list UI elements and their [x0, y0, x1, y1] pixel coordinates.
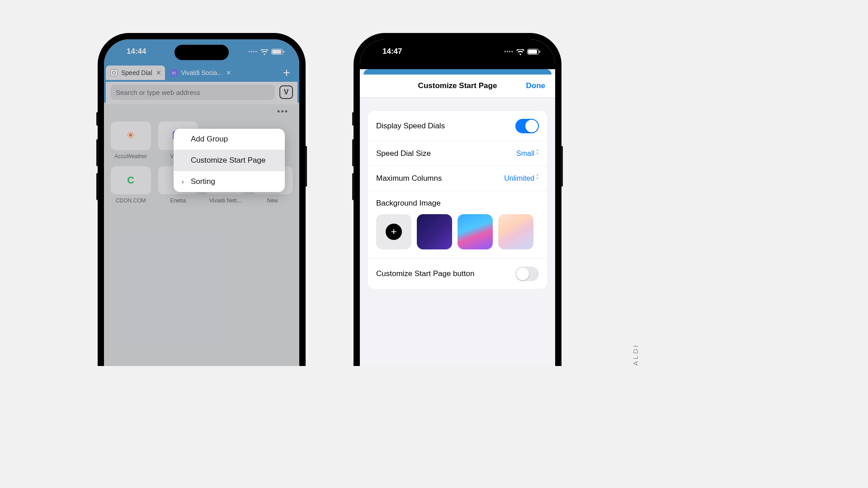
battery-icon [527, 49, 539, 55]
context-menu: Add Group Customize Start Page › Sorting [174, 129, 285, 192]
setting-value: Small [516, 150, 534, 158]
plus-icon: + [386, 224, 402, 240]
menu-customize-start-page[interactable]: Customize Start Page [174, 150, 285, 171]
setting-label: Display Speed Dials [376, 122, 445, 131]
row-maximum-columns[interactable]: Maximum Columns Unlimited ˄˅ [368, 166, 547, 191]
updown-icon: ˄˅ [536, 150, 539, 157]
setting-label: Background Image [376, 199, 539, 208]
status-time: 14:47 [382, 47, 402, 56]
bg-thumb-purple[interactable] [417, 214, 452, 249]
menu-label: Sorting [191, 177, 215, 186]
bg-thumb-pastel[interactable] [498, 214, 533, 249]
vivaldi-watermark: VIVALDI [631, 343, 639, 366]
chevron-right-icon: › [182, 178, 186, 185]
row-background-image: Background Image + [368, 191, 547, 258]
notch [430, 45, 485, 60]
cellular-icon: •••• [504, 48, 514, 55]
row-speed-dial-size[interactable]: Speed Dial Size Small ˄˅ [368, 141, 547, 166]
sheet-header: Customize Start Page Done [360, 75, 555, 98]
menu-add-group[interactable]: Add Group [174, 129, 285, 150]
phone-mockup-right: 14:47 •••• Customize Start Page Done [354, 33, 561, 366]
row-display-speed-dials: Display Speed Dials [368, 111, 547, 141]
settings-card: Display Speed Dials Speed Dial Size Smal… [368, 111, 547, 289]
menu-label: Add Group [191, 135, 228, 144]
menu-label: Customize Start Page [191, 156, 265, 165]
menu-sorting[interactable]: › Sorting [174, 171, 285, 192]
setting-label: Speed Dial Size [376, 149, 431, 158]
notch [175, 45, 229, 60]
wifi-icon [516, 48, 524, 55]
done-button[interactable]: Done [526, 81, 556, 90]
phone-mockup-left: 14:44 •••• Speed Dial ✕ m Vivaldi [98, 33, 306, 366]
toggle-display-speed-dials[interactable] [515, 119, 539, 133]
setting-label: Customize Start Page button [376, 269, 474, 278]
toggle-customize-button[interactable] [515, 267, 539, 281]
bg-thumb-gradient[interactable] [458, 214, 493, 249]
setting-label: Maximum Columns [376, 174, 442, 183]
updown-icon: ˄˅ [536, 175, 539, 182]
row-customize-button: Customize Start Page button [368, 258, 547, 289]
setting-value: Unlimited [504, 174, 534, 183]
dim-overlay[interactable] [104, 39, 299, 366]
bg-add-button[interactable]: + [376, 214, 411, 249]
